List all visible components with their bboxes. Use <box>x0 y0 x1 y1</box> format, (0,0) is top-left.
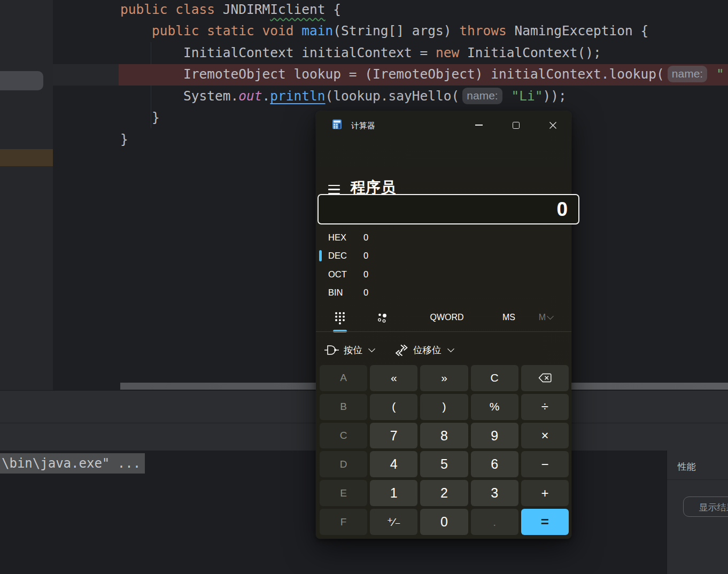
bitwise-dropdown[interactable]: 按位 <box>324 340 374 360</box>
code-token: NamingException { <box>515 23 649 38</box>
left-panel-item[interactable] <box>0 71 43 90</box>
radix-rows: HEX0DEC0OCT0BIN0 <box>316 229 571 302</box>
code-token <box>504 88 512 104</box>
key-a: A <box>320 365 367 391</box>
code-token: out <box>238 88 262 104</box>
key-0[interactable]: 0 <box>420 509 468 535</box>
ide-left-panel <box>0 0 53 391</box>
radix-row-hex[interactable]: HEX0 <box>316 229 571 247</box>
code-token: InitialContext(); <box>467 45 601 60</box>
key-left-shift[interactable]: « <box>370 365 417 391</box>
code-token: "Li" <box>511 88 543 104</box>
key-8[interactable]: 8 <box>420 423 468 449</box>
chevron-down-icon <box>447 345 454 352</box>
key-9[interactable]: 9 <box>471 423 518 449</box>
key-equals[interactable]: = <box>521 509 569 535</box>
calculator-titlebar[interactable]: 计算器 <box>316 111 571 138</box>
key-b: B <box>320 394 367 420</box>
radix-value: 0 <box>363 251 368 261</box>
console-selection: \bin\java.exe" ... <box>0 453 145 474</box>
code-line[interactable]: } <box>120 107 160 128</box>
calculator-keypad: A«»CB()%÷C789×D456−E123+F⁺⁄₋0.= <box>320 365 569 535</box>
code-line[interactable]: System.out.println(lookup.sayHello(name:… <box>120 86 567 107</box>
key-minus[interactable]: − <box>521 451 569 477</box>
radix-value: 0 <box>363 288 368 298</box>
code-line[interactable]: IremoteObject lookup = (IremoteObject) i… <box>120 64 724 85</box>
code-token: . <box>262 88 270 104</box>
code-token: public <box>120 2 175 17</box>
code-line[interactable]: } <box>120 129 128 150</box>
minimize-button[interactable] <box>468 118 490 132</box>
key-percent[interactable]: % <box>471 394 518 420</box>
calculator-toolbar: QWORD MS M <box>316 305 571 331</box>
chevron-down-icon <box>547 313 554 320</box>
key-plus[interactable]: + <box>521 480 569 506</box>
code-token: (String[] args) <box>333 23 459 38</box>
code-token: class <box>175 2 223 17</box>
key-f: F <box>320 509 367 535</box>
code-token: System. <box>120 88 238 104</box>
key-d: D <box>320 451 367 477</box>
maximize-button[interactable] <box>505 118 526 132</box>
selected-radix-indicator <box>319 250 322 261</box>
bit-shift-icon <box>395 344 408 356</box>
performance-panel: 性能 显示结果 <box>667 451 728 574</box>
code-token: public static void <box>152 23 301 38</box>
code-token: } <box>120 110 160 125</box>
word-size-button[interactable]: QWORD <box>420 308 474 327</box>
bit-toggle-keypad-button[interactable] <box>370 308 394 327</box>
radix-label: HEX <box>328 232 352 243</box>
memory-store-button[interactable]: MS <box>493 308 524 327</box>
full-keypad-toggle-button[interactable] <box>328 308 352 327</box>
logic-gate-icon <box>324 345 339 355</box>
key-c: C <box>320 423 367 449</box>
key-clear[interactable]: C <box>471 365 518 391</box>
code-token: } <box>120 131 128 147</box>
key-negate[interactable]: ⁺⁄₋ <box>370 509 417 535</box>
code-token: JNDIRM <box>223 2 270 17</box>
code-token: )); <box>543 88 566 104</box>
key-close-paren[interactable]: ) <box>420 394 468 420</box>
radix-row-bin[interactable]: BIN0 <box>316 284 571 302</box>
bit-toggle-icon <box>377 312 388 324</box>
key-e: E <box>320 480 367 506</box>
radix-label: BIN <box>328 288 352 298</box>
code-line[interactable]: InitialContext initialContext = new Init… <box>120 42 601 64</box>
radix-label: OCT <box>328 269 352 280</box>
key-multiply[interactable]: × <box>521 423 569 449</box>
radix-row-oct[interactable]: OCT0 <box>316 266 571 284</box>
show-result-button[interactable]: 显示结果 <box>683 497 728 517</box>
full-keypad-icon <box>334 311 346 324</box>
backspace-icon <box>538 373 552 383</box>
editor-gutter[interactable]: 456891011 <box>53 0 119 383</box>
key-2[interactable]: 2 <box>420 480 468 506</box>
hamburger-menu-button[interactable] <box>328 185 340 194</box>
code-token: (lookup.sayHello( <box>326 88 460 104</box>
bit-operations-row: 按位 位移位 <box>316 338 571 362</box>
radix-row-dec[interactable]: DEC0 <box>316 247 571 265</box>
close-button[interactable] <box>542 118 563 132</box>
key-open-paren[interactable]: ( <box>370 394 417 420</box>
code-token: new <box>436 45 467 60</box>
maximize-icon <box>513 122 520 129</box>
calculator-window: 计算器 程序员 0 HEX0DEC0OCT0BIN0 QWORD MS M <box>316 111 571 539</box>
key-right-shift[interactable]: » <box>420 365 468 391</box>
code-token: { <box>326 2 342 17</box>
key-3[interactable]: 3 <box>471 480 518 506</box>
key-divide[interactable]: ÷ <box>521 394 569 420</box>
code-line[interactable]: public class JNDIRMIclient { <box>120 0 341 20</box>
code-line[interactable]: public static void main(String[] args) t… <box>120 20 648 42</box>
key-4[interactable]: 4 <box>370 451 417 477</box>
bitshift-dropdown[interactable]: 位移位 <box>395 340 453 360</box>
code-token: throws <box>459 23 514 38</box>
key-5[interactable]: 5 <box>420 451 468 477</box>
chevron-down-icon <box>368 345 375 352</box>
memory-flyout-button[interactable]: M <box>532 308 559 327</box>
key-6[interactable]: 6 <box>471 451 518 477</box>
key-1[interactable]: 1 <box>370 480 417 506</box>
key-7[interactable]: 7 <box>370 423 417 449</box>
key-backspace[interactable] <box>521 365 569 391</box>
left-panel-highlight <box>0 149 53 166</box>
key-decimal: . <box>471 509 518 535</box>
code-token: InitialContext initialContext = <box>120 45 436 60</box>
